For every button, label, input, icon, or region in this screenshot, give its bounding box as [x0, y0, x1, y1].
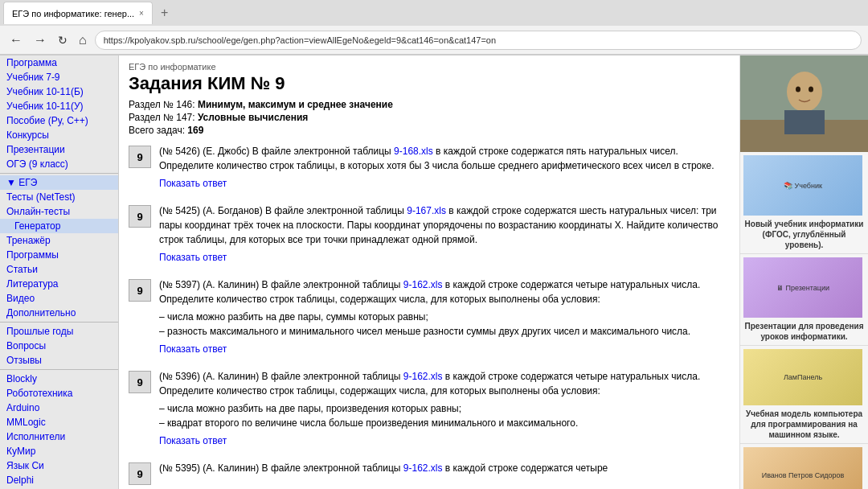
task-number: 9: [129, 146, 151, 168]
task-file-link[interactable]: 9-162.xls: [403, 279, 443, 290]
sidebar-item-prezentacii[interactable]: Презентации: [0, 142, 118, 157]
page-title: Задания КИМ № 9: [129, 73, 730, 94]
content-area: ЕГЭ по информатике Задания КИМ № 9 Разде…: [119, 55, 868, 489]
ad-panel-1: 📚 Учебник Новый учебник информатики (ФГО…: [740, 152, 868, 254]
sidebar-item-literature[interactable]: Литература: [0, 277, 118, 291]
sidebar-item-reviews[interactable]: Отзывы: [0, 353, 118, 368]
svg-point-3: [787, 72, 822, 112]
task-text-before: (№ 5395) (А. Калинин) В файле электронно…: [159, 462, 400, 474]
sidebar-item-trainer[interactable]: Тренажёр: [0, 233, 118, 248]
sidebar-item-mmlogic[interactable]: MMLogic: [0, 415, 118, 429]
refresh-button[interactable]: ↻: [55, 32, 71, 48]
sidebar-item-executors[interactable]: Исполнители: [0, 429, 118, 444]
ad-image-text4: Иванов Петров Сидоров: [762, 471, 845, 479]
task-number: 9: [129, 371, 151, 393]
sidebar-item-c-lang[interactable]: Язык Си: [0, 458, 118, 473]
sidebar-item-questions[interactable]: Вопросы: [0, 339, 118, 353]
ad-title-3: Учебная модель компьютера для программир…: [743, 409, 865, 440]
sidebar-item-video[interactable]: Видео: [0, 291, 118, 306]
tab-bar: ЕГЭ по информатике: генер... × +: [0, 0, 868, 26]
ad-panel-4: Иванов Петров Сидоров Компьютерное тести…: [740, 444, 868, 489]
sidebar-item-dopolnitelno[interactable]: Дополнительно: [0, 306, 118, 320]
sidebar-item-robotics[interactable]: Робототехника: [0, 386, 118, 401]
task-text: (№ 5425) (А. Богданов) В файле электронн…: [159, 203, 730, 265]
sidebar-item-uchebnik1011u[interactable]: Учебник 10-11(У): [0, 99, 118, 113]
task-file-link[interactable]: 9-167.xls: [407, 205, 446, 216]
sidebar-item-tests[interactable]: Тесты (NetTest): [0, 190, 118, 204]
task-item: 9 (№ 5396) (А. Калинин) В файле электрон…: [129, 369, 730, 448]
ad-image-2[interactable]: 🖥 Презентации: [743, 257, 862, 318]
sidebar-item-articles[interactable]: Статьи: [0, 262, 118, 277]
nav-bar: ← → ↻ ⌂: [0, 26, 868, 55]
section2-name: Условные вычисления: [198, 112, 308, 123]
sidebar-item-delphi[interactable]: Delphi: [0, 473, 118, 487]
show-answer-link[interactable]: Показать ответ: [159, 250, 730, 265]
address-bar[interactable]: [95, 31, 862, 50]
section2-info: Раздел № 147: Условные вычисления: [129, 112, 730, 123]
sidebar: Программа Учебник 7-9 Учебник 10-11(Б) У…: [0, 55, 119, 489]
webcam: [740, 55, 868, 152]
task-text-before: (№ 5397) (А. Калинин) В файле электронно…: [159, 279, 400, 290]
sidebar-item-ege[interactable]: ▼ ЕГЭ: [0, 175, 118, 190]
new-tab-button[interactable]: +: [154, 2, 174, 23]
task-item: 9 (№ 5426) (Е. Джобс) В файле электронно…: [129, 144, 730, 191]
condition-line: – числа можно разбить на две пары, произ…: [159, 401, 730, 416]
sidebar-item-programs[interactable]: Программы: [0, 248, 118, 262]
browser-chrome: ЕГЭ по информатике: генер... × + ← → ↻ ⌂: [0, 0, 868, 55]
sidebar-item-programa[interactable]: Программа: [0, 55, 118, 70]
section1-label: Раздел № 146:: [129, 99, 195, 110]
main-layout: Программа Учебник 7-9 Учебник 10-11(Б) У…: [0, 55, 868, 489]
back-button[interactable]: ←: [6, 31, 26, 49]
ad-image-text: 📚 Учебник: [784, 182, 822, 190]
tab-close-button[interactable]: ×: [139, 9, 144, 18]
webcam-svg: [740, 55, 868, 152]
right-sidebar-inner: 📚 Учебник Новый учебник информатики (ФГО…: [740, 55, 868, 489]
task-text: (№ 5397) (А. Калинин) В файле электронно…: [159, 277, 730, 356]
sidebar-item-uchebnik79[interactable]: Учебник 7-9: [0, 70, 118, 84]
active-tab[interactable]: ЕГЭ по информатике: генер... ×: [3, 2, 153, 24]
sidebar-item-online-tests[interactable]: Онлайн-тесты: [0, 204, 118, 219]
task-count: Всего задач: 169: [129, 125, 730, 136]
show-answer-link[interactable]: Показать ответ: [159, 434, 730, 448]
sidebar-divider3: [0, 369, 118, 370]
sidebar-divider: [0, 173, 118, 174]
svg-point-5: [796, 87, 800, 92]
total-label: Всего задач:: [129, 125, 185, 136]
home-button[interactable]: ⌂: [76, 31, 90, 49]
sidebar-item-arduino[interactable]: Arduino: [0, 401, 118, 415]
sidebar-item-generator[interactable]: Генератор: [0, 219, 118, 233]
sidebar-item-past-years[interactable]: Прошлые годы: [0, 324, 118, 339]
task-file-link[interactable]: 9-168.xls: [394, 146, 433, 157]
show-answer-link[interactable]: Показать ответ: [159, 342, 730, 356]
sidebar-item-konkursy[interactable]: Конкурсы: [0, 128, 118, 142]
ad-image-1[interactable]: 📚 Учебник: [743, 155, 862, 216]
sidebar-item-oge[interactable]: ОГЭ (9 класс): [0, 157, 118, 171]
forward-button[interactable]: →: [31, 31, 50, 49]
ad-title-1: Новый учебник информатики (ФГОС, углублё…: [743, 219, 865, 250]
show-answer-link[interactable]: Показать ответ: [159, 176, 730, 191]
sidebar-item-uchebnik1011b[interactable]: Учебник 10-11(Б): [0, 84, 118, 99]
svg-rect-4: [784, 110, 825, 134]
task-text-before: (№ 5396) (А. Калинин) В файле электронно…: [159, 371, 400, 382]
task-item: 9 (№ 5397) (А. Калинин) В файле электрон…: [129, 277, 730, 356]
sidebar-item-blockly[interactable]: Blockly: [0, 372, 118, 386]
task-item: 9 (№ 5425) (А. Богданов) В файле электро…: [129, 203, 730, 265]
ad-panel-2: 🖥 Презентации Презентации для проведения…: [740, 254, 868, 346]
condition-line: – квадрат второго по величине числа боль…: [159, 416, 730, 430]
section2-label: Раздел № 147:: [129, 112, 195, 123]
task-text-before: (№ 5426) (Е. Джобс) В файле электронной …: [159, 146, 391, 157]
task-text: (№ 5396) (А. Калинин) В файле электронно…: [159, 369, 730, 448]
task-text: (№ 5395) (А. Калинин) В файле электронно…: [159, 461, 730, 475]
tab-title: ЕГЭ по информатике: генер...: [12, 9, 134, 18]
ad-image-3[interactable]: ЛамПанель: [743, 349, 862, 405]
task-file-link[interactable]: 9-162.xls: [403, 371, 443, 382]
task-file-link[interactable]: 9-162.xls: [403, 462, 443, 474]
task-number: 9: [129, 462, 151, 485]
sidebar-item-posobie[interactable]: Пособие (Ру, С++): [0, 113, 118, 128]
svg-point-6: [809, 87, 813, 92]
ad-image-4[interactable]: Иванов Петров Сидоров: [743, 447, 862, 489]
task-condition: – числа можно разбить на две пары, суммы…: [159, 310, 730, 339]
ad-image-text2: 🖥 Презентации: [776, 284, 829, 292]
sidebar-item-kumir[interactable]: КуМир: [0, 444, 118, 458]
task-text-before: (№ 5425) (А. Богданов) В файле электронн…: [159, 205, 404, 216]
